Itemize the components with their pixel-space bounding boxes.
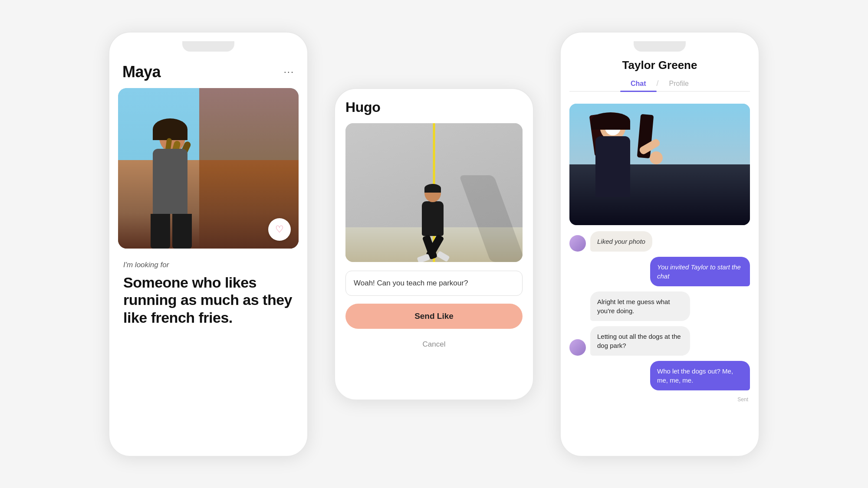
message-guess: Alright let me guess what you're doing.	[569, 291, 750, 321]
dogs-bubble: Letting out all the dogs at the dog park…	[590, 326, 690, 356]
send-like-button[interactable]: Send Like	[345, 304, 523, 329]
like-button[interactable]: ♡	[268, 218, 291, 241]
hugo-photo	[345, 123, 523, 262]
message-liked-photo: Liked your photo	[569, 231, 750, 252]
phone-hugo: Hugo Woah! Can you teach	[334, 88, 534, 400]
notch-1	[182, 41, 234, 52]
sent-label: Sent	[569, 396, 750, 403]
system-invite-bubble: You invited Taylor to start the chat	[650, 257, 750, 286]
message-input[interactable]: Woah! Can you teach me parkour?	[345, 271, 523, 296]
more-options-button[interactable]: ···	[284, 66, 294, 78]
phone-taylor: Taylor Greene Chat / Profile	[560, 32, 760, 457]
tab-chat[interactable]: Chat	[620, 76, 657, 91]
dogs-text: Letting out all the dogs at the dog park…	[597, 333, 681, 349]
message-system-invite: You invited Taylor to start the chat	[569, 257, 750, 286]
guess-bubble: Alright let me guess what you're doing.	[590, 291, 690, 321]
chat-tabs: Chat / Profile	[569, 76, 750, 92]
who-let-text: Who let the dogs out? Me, me, me, me.	[657, 367, 733, 384]
hugo-figure	[420, 184, 446, 236]
taylor-avatar	[569, 235, 586, 252]
message-who-let: Who let the dogs out? Me, me, me, me.	[569, 361, 750, 390]
liked-photo-bubble: Liked your photo	[590, 231, 652, 252]
message-text: Woah! Can you teach me parkour?	[354, 279, 468, 287]
chat-contact-name: Taylor Greene	[569, 59, 750, 72]
bio-label: I'm looking for	[123, 261, 293, 269]
system-invite-text: You invited Taylor to start the chat	[657, 263, 741, 280]
chat-header: Taylor Greene Chat / Profile	[569, 59, 750, 98]
taylor-profile-photo	[569, 104, 750, 225]
message-dogs: Letting out all the dogs at the dog park…	[569, 326, 750, 356]
heart-icon: ♡	[275, 224, 284, 235]
phone-maya: Maya ··· ♡ I'm looking for Someone who l…	[108, 32, 308, 457]
hugo-title: Hugo	[345, 99, 523, 115]
tab-profile[interactable]: Profile	[659, 76, 699, 91]
bio-section: I'm looking for Someone who likes runnin…	[118, 249, 299, 331]
profile-name: Maya	[122, 63, 161, 81]
bio-text: Someone who likes running as much as the…	[123, 274, 293, 327]
cancel-button[interactable]: Cancel	[345, 337, 523, 352]
taylor-figure	[582, 112, 661, 225]
who-let-bubble: Who let the dogs out? Me, me, me, me.	[650, 361, 750, 390]
notch-3	[634, 41, 686, 52]
profile-header: Maya ···	[118, 59, 299, 88]
chat-messages: Liked your photo You invited Taylor to s…	[569, 231, 750, 447]
taylor-avatar-2	[569, 339, 586, 356]
liked-photo-text: Liked your photo	[597, 238, 645, 245]
guess-text: Alright let me guess what you're doing.	[597, 298, 670, 314]
profile-photo: ♡	[118, 88, 299, 249]
